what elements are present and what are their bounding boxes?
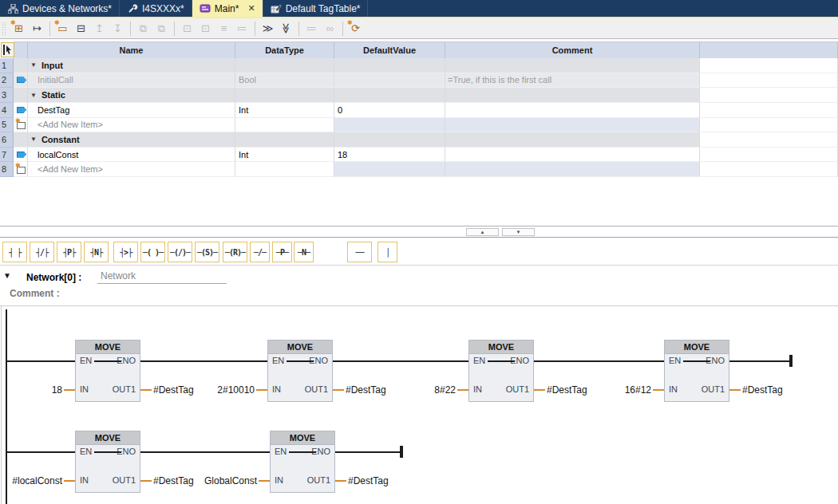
section-collapse-icon[interactable]: ▼	[30, 92, 37, 99]
section-collapse-icon[interactable]: ▼	[30, 136, 37, 143]
cell-name[interactable]: ▼Input	[28, 58, 235, 73]
cell-name[interactable]: DestTag	[28, 103, 235, 118]
splitter-collapse-up-button[interactable]: ▲	[466, 228, 499, 236]
contact-compare-button[interactable]: ┤>├	[113, 242, 138, 262]
cell-comment[interactable]	[445, 88, 700, 103]
insert-row-icon[interactable]: ↦	[29, 21, 45, 37]
move-block[interactable]: MOVEENENOINOUT1	[75, 431, 140, 493]
cell-name[interactable]: InitialCall	[28, 73, 235, 89]
splitter-collapse-down-button[interactable]: ▼	[502, 228, 535, 236]
row-number[interactable]: 5	[0, 118, 14, 133]
cell-defaultvalue[interactable]	[334, 58, 445, 73]
input-operand[interactable]: #localConst	[0, 475, 62, 486]
move-block[interactable]: MOVEENENOINOUT1	[468, 340, 534, 402]
row-icon-cell[interactable]	[14, 103, 28, 118]
row-number[interactable]: 2	[0, 73, 14, 89]
cell-comment[interactable]	[445, 58, 700, 73]
tab-i4sxxxx-[interactable]: I4SXXXx*	[120, 0, 192, 17]
move-block[interactable]: MOVEENENOINOUT1	[75, 340, 140, 402]
input-operand[interactable]: GlobalConst	[155, 475, 257, 486]
input-operand[interactable]: 8#22	[354, 384, 456, 396]
column-header-blank[interactable]	[700, 41, 838, 58]
cell-datatype[interactable]	[235, 162, 334, 177]
column-header-defaultvalue[interactable]: DefaultValue	[334, 41, 445, 58]
cell-comment[interactable]	[445, 148, 700, 163]
output-operand[interactable]: #DestTag	[742, 384, 783, 396]
row-number[interactable]: 7	[0, 148, 14, 163]
cell-datatype[interactable]: Bool	[235, 73, 334, 89]
cell-defaultvalue[interactable]	[334, 118, 445, 133]
cell-comment[interactable]: =True, if this is the first call	[445, 73, 700, 89]
cell-name[interactable]: ▼Static	[28, 88, 235, 103]
cell-defaultvalue[interactable]	[334, 162, 445, 177]
tab-devices-networks-[interactable]: Devices & Networks*	[0, 0, 120, 17]
open-branch-button[interactable]: ──	[347, 242, 372, 262]
cell-defaultvalue[interactable]	[334, 73, 445, 89]
network-name-field[interactable]: Network	[97, 270, 227, 284]
cell-datatype[interactable]: Int	[235, 103, 334, 118]
row-number[interactable]: 4	[0, 103, 14, 118]
column-header-name[interactable]: Name	[28, 41, 235, 58]
coil-negated-button[interactable]: ─(/)─	[168, 242, 192, 262]
tab-close-icon[interactable]: ✕	[247, 4, 255, 13]
column-header-datatype[interactable]: DataType	[235, 41, 334, 58]
move-block[interactable]: MOVEENENOINOUT1	[664, 340, 729, 402]
insert-network-icon[interactable]: ⊞✱	[10, 21, 27, 37]
cell-comment[interactable]	[445, 118, 700, 133]
cell-name[interactable]: <Add New Item>	[28, 162, 235, 177]
coil-set-button[interactable]: ─(S)─	[195, 242, 219, 262]
contact-p-button[interactable]: ┤P├	[57, 242, 81, 262]
cell-defaultvalue[interactable]	[334, 88, 445, 103]
cell-datatype[interactable]	[235, 132, 334, 148]
invert-rlo-button[interactable]: ─/─	[250, 242, 270, 262]
cell-name[interactable]: ▼Constant	[28, 132, 235, 148]
cell-name[interactable]: localConst	[28, 148, 235, 163]
column-header-blank[interactable]	[14, 41, 28, 58]
cell-defaultvalue[interactable]: 0	[334, 103, 445, 118]
open-branch-icon[interactable]: ⊟	[73, 21, 89, 37]
input-operand[interactable]: 18	[0, 384, 62, 396]
refresh-block-icon[interactable]: ⟳✱	[347, 21, 364, 37]
network-collapse-icon[interactable]: ▼	[3, 271, 11, 280]
row-icon-cell[interactable]	[14, 132, 28, 148]
close-branch-button[interactable]: │	[377, 242, 397, 262]
cell-name[interactable]: <Add New Item>	[28, 118, 235, 133]
expand-all-icon[interactable]: ≫	[259, 21, 276, 37]
edge-n-button[interactable]: ─N─	[294, 242, 314, 262]
row-number[interactable]: 3	[0, 88, 14, 103]
column-header-comment[interactable]: Comment	[445, 41, 700, 58]
row-icon-cell[interactable]	[14, 162, 28, 177]
output-operand[interactable]: #DestTag	[348, 475, 389, 486]
row-number[interactable]: 6	[0, 132, 14, 148]
insert-empty-box-icon[interactable]: ▭✱	[54, 21, 71, 37]
cell-datatype[interactable]: Int	[235, 148, 334, 163]
cell-defaultvalue[interactable]	[334, 132, 445, 148]
coil-button[interactable]: ─( )─	[140, 242, 165, 262]
cell-comment[interactable]	[445, 132, 700, 148]
cell-datatype[interactable]	[235, 58, 334, 73]
cell-datatype[interactable]	[235, 88, 334, 103]
cell-datatype[interactable]	[235, 118, 334, 133]
row-icon-cell[interactable]	[14, 118, 28, 133]
select-all-cell[interactable]	[1, 42, 14, 57]
row-number[interactable]: 8	[0, 162, 14, 177]
toolbar-grip[interactable]	[2, 22, 7, 36]
cell-defaultvalue[interactable]: 18	[334, 148, 445, 163]
coil-reset-button[interactable]: ─(R)─	[223, 242, 247, 262]
row-icon-cell[interactable]	[14, 58, 28, 73]
tab-main-[interactable]: Main*✕	[192, 0, 263, 17]
row-number[interactable]: 1	[0, 58, 14, 73]
tab-default-tagtable-[interactable]: Default TagTable*	[263, 0, 369, 17]
contact-no-button[interactable]: ┤ ├	[2, 242, 27, 262]
move-block[interactable]: MOVEENENOINOUT1	[270, 431, 335, 493]
cell-comment[interactable]	[445, 103, 700, 118]
contact-nc-button[interactable]: ┤/├	[30, 242, 54, 262]
row-icon-cell[interactable]	[14, 73, 28, 89]
contact-n-button[interactable]: ┤N├	[84, 242, 109, 262]
cell-comment[interactable]	[445, 162, 700, 177]
row-icon-cell[interactable]	[14, 148, 28, 163]
section-collapse-icon[interactable]: ▼	[30, 61, 37, 69]
row-icon-cell[interactable]	[14, 88, 28, 103]
edge-p-button[interactable]: ─P─	[272, 242, 292, 262]
collapse-all-icon[interactable]: ≫	[278, 21, 294, 37]
